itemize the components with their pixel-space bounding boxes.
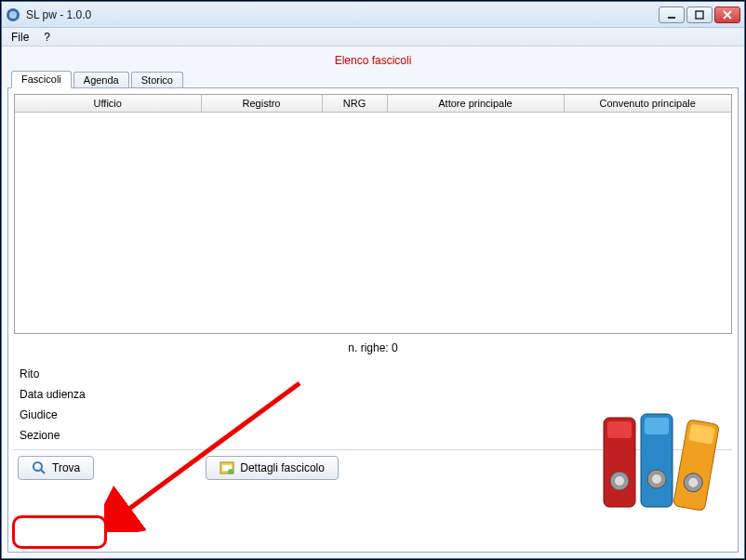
svg-rect-3	[696, 11, 703, 19]
menu-file[interactable]: File	[7, 31, 33, 44]
svg-line-17	[41, 470, 45, 473]
window-title: SL pw - 1.0.0	[26, 8, 659, 21]
menubar: File ?	[2, 28, 744, 47]
fascicoli-table: Ufficio Registro NRG Attore principale C…	[15, 95, 731, 113]
svg-rect-9	[645, 418, 669, 434]
trova-label: Trova	[52, 461, 80, 474]
svg-rect-5	[607, 421, 632, 438]
svg-rect-2	[668, 17, 675, 19]
tab-panel-fascicoli: Ufficio Registro NRG Attore principale C…	[7, 87, 739, 553]
search-icon	[32, 460, 47, 475]
filter-data-udienza: Data udienza	[20, 384, 732, 405]
page-heading: Elenco fascicoli	[7, 54, 739, 67]
tab-strip: Fascicoli Agenda Storico	[7, 71, 739, 88]
dettagli-button[interactable]: Dettagli fascicolo	[206, 456, 339, 480]
svg-point-20	[228, 469, 233, 474]
svg-point-7	[615, 476, 624, 486]
svg-point-1	[9, 11, 17, 19]
col-attore[interactable]: Attore principale	[387, 95, 564, 112]
dettagli-label: Dettagli fascicolo	[240, 461, 325, 474]
app-window: SL pw - 1.0.0 File ? Elenco fascicoli Fa…	[1, 1, 745, 559]
binders-illustration	[600, 412, 721, 514]
window-controls	[659, 7, 740, 23]
filter-rito: Rito	[20, 364, 732, 384]
table-container: Ufficio Registro NRG Attore principale C…	[14, 94, 732, 334]
maximize-button[interactable]	[686, 7, 713, 23]
col-nrg[interactable]: NRG	[322, 95, 387, 112]
col-registro[interactable]: Registro	[201, 95, 322, 112]
trova-button[interactable]: Trova	[18, 456, 94, 480]
svg-point-16	[33, 462, 42, 471]
details-icon	[220, 460, 234, 475]
col-ufficio[interactable]: Ufficio	[15, 95, 201, 112]
titlebar: SL pw - 1.0.0	[2, 2, 744, 28]
menu-help[interactable]: ?	[40, 31, 54, 44]
app-icon	[6, 7, 20, 22]
minimize-button[interactable]	[659, 7, 685, 23]
row-count-label: n. righe: 0	[14, 341, 732, 354]
col-convenuto[interactable]: Convenuto principale	[564, 95, 731, 112]
svg-point-11	[652, 474, 661, 484]
content-area: Elenco fascicoli Fascicoli Agenda Storic…	[2, 47, 744, 558]
tab-fascicoli[interactable]: Fascicoli	[11, 71, 72, 88]
close-button[interactable]	[714, 7, 740, 23]
